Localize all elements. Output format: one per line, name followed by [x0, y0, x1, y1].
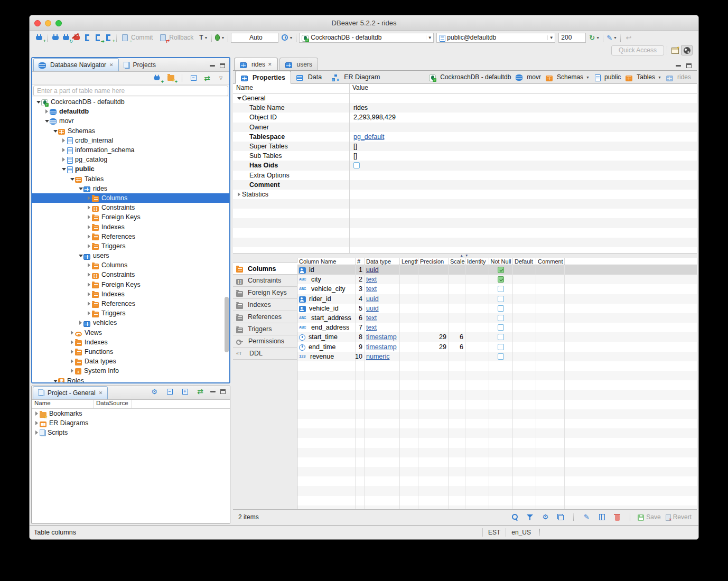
column-header-name[interactable]: Name [32, 400, 94, 408]
splitter-arrows-icon[interactable]: ▲▼ [460, 254, 470, 258]
not-null-cell[interactable] [489, 323, 513, 332]
nav-new-folder-icon[interactable]: + [166, 73, 175, 83]
data-type-link[interactable]: text [366, 285, 377, 293]
column-row-id[interactable]: id1uuid [297, 265, 697, 275]
tree-item-references[interactable]: References [32, 299, 229, 308]
not-null-checkbox[interactable] [498, 276, 504, 283]
tree-item-indexes[interactable]: Indexes [32, 338, 229, 347]
property-value[interactable]: [] [349, 143, 357, 150]
connection-combo[interactable]: CockroachDB - defaultdb ▼ [299, 33, 434, 43]
tree-item-foreign-keys[interactable]: Foreign Keys [32, 212, 229, 222]
breadcrumb-item-tables[interactable]: Tables▼ [624, 73, 663, 81]
detail-tab-constraints[interactable]: Constraints [233, 275, 297, 287]
data-type-cell[interactable]: uuid [365, 304, 400, 313]
property-value[interactable]: 2,293,998,429 [349, 114, 396, 121]
link-with-editor-icon[interactable]: ⇄ [195, 387, 205, 396]
expand-node-icon[interactable] [78, 321, 83, 325]
format-icon[interactable]: ✎▼ [606, 33, 617, 42]
detail-tab-triggers[interactable]: Triggers [233, 323, 297, 335]
column-row-start_address[interactable]: start_address6text [297, 313, 697, 323]
expand-node-icon[interactable] [86, 225, 92, 229]
property-row-object-id[interactable]: Object ID2,293,998,429 [233, 113, 697, 122]
not-null-cell[interactable] [489, 342, 513, 352]
grid-header-identity[interactable]: Identity [465, 258, 489, 265]
column-row-revenue[interactable]: revenue10numeric [297, 352, 697, 361]
grid-header-scale[interactable]: Scale [449, 258, 465, 265]
subtab-er-diagram[interactable]: ER Diagram [327, 70, 385, 83]
column-row-rider_id[interactable]: rider_id4uuid [297, 294, 697, 304]
close-tab-icon[interactable]: ✕ [268, 62, 272, 67]
tree-item-public[interactable]: public [32, 164, 229, 174]
grid-header-comment[interactable]: Comment [536, 258, 565, 265]
tree-item-vehicles[interactable]: vehicles [32, 318, 229, 327]
grid-header-column-name[interactable]: Column Name [297, 258, 356, 265]
tree-item-users[interactable]: users [32, 251, 229, 260]
properties-col-value[interactable]: Value [349, 84, 368, 93]
expand-node-icon[interactable] [86, 292, 92, 296]
column-name-cell[interactable]: end_address [297, 323, 356, 332]
expand-node-icon[interactable] [61, 138, 67, 143]
detail-tab-permissions[interactable]: Permissions [233, 335, 297, 348]
collapse-node-icon[interactable] [52, 379, 58, 382]
not-null-cell[interactable] [489, 275, 513, 284]
expand-node-icon[interactable] [86, 273, 92, 277]
property-row-statistics[interactable]: Statistics [233, 190, 697, 199]
open-perspective-icon[interactable] [670, 45, 680, 55]
tree-item-tables[interactable]: Tables [32, 174, 229, 184]
project-item-bookmarks[interactable]: Bookmarks [32, 409, 230, 418]
maximize-view-icon[interactable] [686, 63, 692, 68]
not-null-cell[interactable] [489, 265, 513, 275]
column-name-cell[interactable]: id [297, 265, 356, 275]
collapse-node-icon[interactable] [78, 187, 83, 190]
tree-item-rides[interactable]: rides [32, 184, 229, 193]
detail-tab-indexes[interactable]: Indexes [233, 299, 297, 311]
tree-item-movr[interactable]: movr [32, 116, 229, 126]
rollback-label[interactable]: Rollback [169, 34, 193, 41]
data-type-cell[interactable]: text [365, 275, 400, 284]
collapse-all-icon[interactable]: − [189, 73, 198, 83]
transaction-mode-icon[interactable]: T▼ [199, 33, 208, 42]
not-null-cell[interactable] [489, 313, 513, 323]
column-row-vehicle_city[interactable]: vehicle_city3text [297, 284, 697, 294]
commit-icon[interactable]: ▫ [120, 33, 129, 42]
collapse-node-icon[interactable] [52, 129, 58, 133]
data-type-link[interactable]: timestamp [366, 333, 397, 341]
not-null-checkbox[interactable] [498, 324, 504, 331]
breadcrumb-item-movr[interactable]: movr [514, 73, 543, 81]
breadcrumb-item-public[interactable]: public [593, 73, 622, 81]
expand-node-icon[interactable] [34, 421, 40, 425]
commit-label[interactable]: Commit [131, 34, 153, 41]
chevron-down-icon[interactable]: ▼ [586, 76, 590, 79]
not-null-checkbox[interactable] [498, 296, 504, 302]
timezone-indicator[interactable]: EST [482, 528, 506, 537]
not-null-checkbox[interactable] [498, 353, 504, 360]
quick-access-button[interactable]: Quick Access [611, 45, 664, 55]
tab-projects[interactable]: Projects [119, 58, 161, 71]
tree-item-triggers[interactable]: Triggers [32, 308, 229, 318]
column-name-cell[interactable]: vehicle_id [297, 304, 356, 313]
locale-indicator[interactable]: en_US [506, 528, 536, 537]
expand-node-icon[interactable] [86, 244, 92, 248]
expand-node-icon[interactable] [86, 196, 92, 200]
property-row-table-name[interactable]: Table Namerides [233, 103, 697, 113]
grid-header--[interactable]: # [356, 258, 365, 265]
expand-node-icon[interactable] [69, 369, 75, 373]
minimize-view-icon[interactable] [676, 65, 681, 67]
tree-item-schemas[interactable]: Schemas [32, 126, 229, 136]
tree-item-views[interactable]: Views [32, 328, 229, 338]
collapse-node-icon[interactable] [35, 100, 41, 104]
tree-scrollbar[interactable] [225, 297, 229, 352]
disconnect-icon[interactable] [72, 33, 81, 42]
column-name-cell[interactable]: end_time [297, 342, 356, 352]
tree-item-triggers[interactable]: Triggers [32, 241, 229, 251]
not-null-checkbox[interactable] [498, 344, 504, 350]
tab-rides[interactable]: rides ✕ [234, 58, 278, 70]
expand-node-icon[interactable] [61, 148, 67, 152]
properties-col-name[interactable]: Name [233, 84, 349, 93]
revert-button[interactable]: Revert [666, 513, 692, 521]
undo-icon[interactable]: ↩ [624, 33, 633, 42]
detail-tab-ddl[interactable]: DDL [233, 348, 297, 360]
grid-header-length[interactable]: Length [400, 258, 418, 265]
data-type-cell[interactable]: timestamp [365, 342, 400, 352]
expand-node-icon[interactable] [86, 302, 92, 306]
